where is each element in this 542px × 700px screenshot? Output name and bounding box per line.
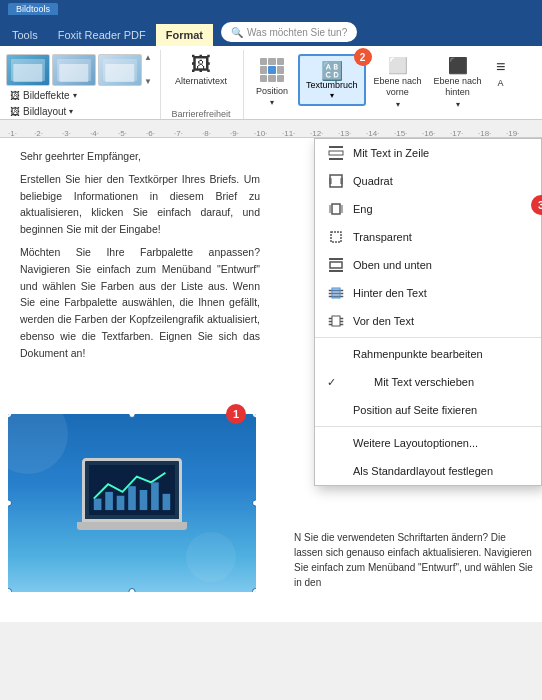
resize-handle-top[interactable] xyxy=(129,414,136,418)
svg-rect-2 xyxy=(117,496,125,510)
svg-rect-28 xyxy=(329,258,343,260)
doc-image-wrapper[interactable]: 1 xyxy=(8,414,256,592)
bildlayout-arrow: ▾ xyxy=(69,107,73,116)
svg-rect-5 xyxy=(151,482,159,510)
svg-rect-3 xyxy=(128,486,136,510)
resize-handle-topright[interactable] xyxy=(252,414,256,418)
ribbon-tabs: Tools Foxit Reader PDF Format 🔍 Was möch… xyxy=(0,18,542,46)
menu-item-transparent[interactable]: Transparent xyxy=(315,223,541,251)
ebene-vorne-button[interactable]: ⬜ Ebene nachvorne ▾ xyxy=(370,54,426,113)
weitere-layout-icon xyxy=(327,434,345,452)
position-fixieren-icon xyxy=(327,401,345,419)
ebene-hinten-icon: ⬛ xyxy=(448,58,468,74)
svg-rect-1 xyxy=(105,492,113,510)
doc-salutation: Sehr geehrter Empfänger, xyxy=(20,148,260,165)
tab-foxit[interactable]: Foxit Reader PDF xyxy=(48,24,156,46)
standardlayout-icon xyxy=(327,462,345,480)
bildrahmen-arrows[interactable]: ▲ ▼ xyxy=(144,54,152,86)
menu-item-hinter-text[interactable]: Hinter den Text xyxy=(315,279,541,307)
transparent-icon xyxy=(327,228,345,246)
svg-rect-27 xyxy=(330,262,342,268)
menu-item-quadrat[interactable]: Quadrat xyxy=(315,167,541,195)
eng-icon xyxy=(327,200,345,218)
ribbon-group-bildrahmen: ▲ ▼ 🖼 Bildeffekte ▾ 🖼 Bildlayout ▾ xyxy=(6,50,161,119)
hinter-text-icon xyxy=(327,284,345,302)
bildtools-header: Bildtools xyxy=(0,0,542,18)
doc-image xyxy=(8,414,256,592)
step-badge-2: 2 xyxy=(354,48,372,66)
ruler: ·1· ·2· ·3· ·4· ·5· ·6· ·7· ·8· ·9· ·10·… xyxy=(0,120,542,138)
menu-item-vor-text[interactable]: Vor den Text xyxy=(315,307,541,335)
resize-handle-bottomleft[interactable] xyxy=(8,588,12,592)
doc-para-1: Erstellen Sie hier den Textkörper Ihres … xyxy=(20,171,260,238)
bildtools-label: Bildtools xyxy=(8,3,58,15)
svg-rect-9 xyxy=(329,158,343,160)
search-placeholder: Was möchten Sie tun? xyxy=(247,27,347,38)
svg-rect-17 xyxy=(332,204,340,214)
resize-handle-bottom[interactable] xyxy=(129,588,136,592)
resize-handle-left[interactable] xyxy=(8,500,12,507)
bildrahmen-thumb-3[interactable] xyxy=(98,54,142,86)
alternativtext-button[interactable]: 🖼 Alternativtext xyxy=(167,50,235,90)
svg-rect-4 xyxy=(140,490,148,510)
tab-tools[interactable]: Tools xyxy=(2,24,48,46)
ribbon-toolbar: ▲ ▼ 🖼 Bildeffekte ▾ 🖼 Bildlayout ▾ 🖼 Alt… xyxy=(0,46,542,120)
menu-item-position-fixieren[interactable]: Position auf Seite fixieren xyxy=(315,396,541,424)
position-arrow: ▾ xyxy=(270,98,274,107)
svg-rect-7 xyxy=(329,151,343,155)
barrierefreiheit-label: Barrierefreiheit xyxy=(171,109,230,119)
more-button[interactable]: ≡ A xyxy=(490,54,512,92)
mit-text-icon xyxy=(327,144,345,162)
scroll-down-icon[interactable]: ▼ xyxy=(144,78,152,86)
svg-rect-0 xyxy=(94,499,102,510)
search-icon: 🔍 xyxy=(231,27,243,38)
textumbruch-button[interactable]: 2 🔠 Textumbruch ▾ xyxy=(298,54,366,106)
vor-text-icon xyxy=(327,312,345,330)
alternativtext-icon: 🖼 xyxy=(191,54,211,74)
scroll-up-icon[interactable]: ▲ xyxy=(144,54,152,62)
quadrat-icon xyxy=(327,172,345,190)
bildeffekte-button[interactable]: 🖼 Bildeffekte ▾ xyxy=(6,88,152,103)
position-button[interactable]: Position ▾ xyxy=(250,54,294,111)
ebene-hinten-button[interactable]: ⬛ Ebene nachhinten ▾ xyxy=(430,54,486,113)
mit-text-verschieben-icon xyxy=(348,373,366,391)
menu-item-standardlayout[interactable]: Als Standardlayout festlegen xyxy=(315,457,541,485)
menu-item-weitere-layout[interactable]: Weitere Layoutoptionen... xyxy=(315,429,541,457)
bildrahmen-thumb-1[interactable] xyxy=(6,54,50,86)
svg-rect-37 xyxy=(332,316,340,326)
textumbruch-arrow: ▾ xyxy=(330,91,334,100)
svg-rect-6 xyxy=(163,494,171,510)
resize-handle-bottomright[interactable] xyxy=(252,588,256,592)
ebene-hinten-arrow: ▾ xyxy=(456,100,460,109)
menu-item-rahmenpunkte[interactable]: Rahmenpunkte bearbeiten xyxy=(315,340,541,368)
ebene-vorne-arrow: ▾ xyxy=(396,100,400,109)
menu-item-oben-unten[interactable]: Oben und unten xyxy=(315,251,541,279)
textumbruch-dropdown: 3 Mit Text in Zeile Quadrat Eng xyxy=(314,138,542,486)
bildlayout-icon: 🖼 xyxy=(10,106,20,117)
svg-rect-33 xyxy=(332,288,340,298)
document-text-area: Sehr geehrter Empfänger, Erstellen Sie h… xyxy=(0,138,280,362)
textumbruch-icon: 🔠 xyxy=(321,60,343,80)
svg-rect-26 xyxy=(331,232,341,242)
menu-item-mit-text-verschieben[interactable]: Mit Text verschieben xyxy=(315,368,541,396)
svg-rect-8 xyxy=(329,146,343,148)
chart-svg xyxy=(89,465,175,515)
more-icon: ≡ xyxy=(496,58,505,76)
tab-format[interactable]: Format xyxy=(156,24,213,46)
ribbon-group-barrierefreiheit: 🖼 Alternativtext Barrierefreiheit xyxy=(167,50,244,119)
oben-unten-icon xyxy=(327,256,345,274)
bildrahmen-thumb-2[interactable] xyxy=(52,54,96,86)
menu-item-mit-text-in-zeile[interactable]: Mit Text in Zeile xyxy=(315,139,541,167)
menu-separator-2 xyxy=(315,426,541,427)
bildlayout-button[interactable]: 🖼 Bildlayout ▾ xyxy=(6,104,152,119)
ebene-vorne-icon: ⬜ xyxy=(388,58,408,74)
search-box[interactable]: 🔍 Was möchten Sie tun? xyxy=(221,22,357,42)
document-area: Sehr geehrter Empfänger, Erstellen Sie h… xyxy=(0,138,542,622)
menu-item-eng[interactable]: Eng xyxy=(315,195,541,223)
resize-handle-right[interactable] xyxy=(252,500,256,507)
ribbon-group-anordnen: Position ▾ 2 🔠 Textumbruch ▾ ⬜ Ebene nac… xyxy=(250,50,536,119)
rahmenpunkte-icon xyxy=(327,345,345,363)
bildeffekte-icon: 🖼 xyxy=(10,90,20,101)
laptop-graphic xyxy=(67,458,197,548)
menu-separator-1 xyxy=(315,337,541,338)
